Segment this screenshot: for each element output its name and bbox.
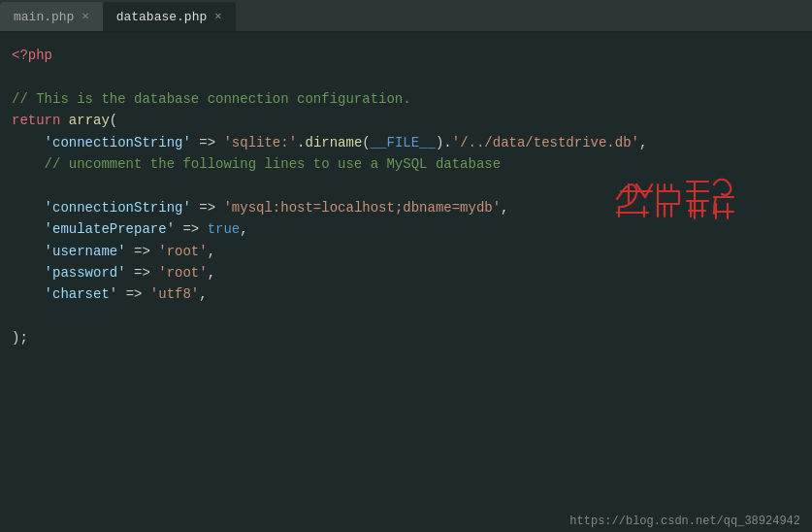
tab-database-php[interactable]: database.php ✕	[103, 2, 236, 31]
code-token: return	[12, 110, 60, 131]
code-token	[12, 132, 45, 153]
code-token: '/../data/testdrive.db'	[452, 132, 639, 153]
code-token: true	[208, 218, 241, 240]
code-line-3: // This is the database connection confi…	[12, 88, 812, 110]
code-token: =>	[191, 197, 224, 218]
code-line-11: 'password' => 'root' ,	[12, 262, 812, 283]
tab-label-main: main.php	[14, 10, 74, 24]
code-line-14: );	[12, 327, 812, 349]
code-line-2	[12, 66, 812, 87]
code-token: );	[12, 327, 28, 349]
code-token: <?php	[12, 45, 52, 66]
code-token: 'root'	[158, 241, 207, 262]
tab-main-php[interactable]: main.php ✕	[0, 2, 103, 31]
code-line-5: 'connectionString' => 'sqlite:' . dirnam…	[12, 132, 812, 153]
code-token: ,	[208, 262, 215, 283]
code-token	[12, 262, 45, 283]
code-token: =>	[175, 218, 208, 240]
code-token: =>	[191, 132, 224, 153]
code-token: .	[297, 132, 305, 153]
code-token	[60, 110, 68, 131]
code-token	[12, 197, 45, 218]
code-line-8: 'connectionString' => 'mysql:host=localh…	[12, 197, 812, 218]
code-token: ,	[240, 218, 247, 240]
code-token: (	[362, 132, 370, 153]
code-token: 'connectionString'	[45, 197, 191, 218]
code-token: 'username'	[45, 241, 126, 262]
code-token: ).	[436, 132, 452, 153]
code-token	[12, 153, 45, 175]
code-token: array	[69, 110, 110, 131]
code-token: // This is the database connection confi…	[12, 88, 411, 110]
code-token: 'sqlite:'	[223, 132, 297, 153]
code-line-1: <?php	[12, 45, 812, 66]
code-token: __FILE__	[371, 132, 436, 153]
code-token: 'connectionString'	[45, 132, 191, 153]
code-line-12: 'charset' => 'utf8' ,	[12, 283, 812, 305]
code-token: 'mysql:host=localhost;dbname=mydb'	[223, 197, 501, 218]
code-token: 'utf8'	[150, 283, 199, 305]
code-line-13	[12, 306, 812, 327]
code-token: =>	[117, 283, 150, 305]
code-editor: <?php // This is the database connection…	[0, 33, 812, 511]
footer: https://blog.csdn.net/qq_38924942	[0, 511, 812, 532]
code-token	[12, 241, 45, 262]
code-token: 'charset'	[45, 283, 118, 305]
code-token	[12, 218, 45, 240]
code-token: ,	[501, 197, 508, 218]
code-token: =>	[126, 241, 159, 262]
tab-bar: main.php ✕ database.php ✕	[0, 0, 812, 33]
code-token: =>	[126, 262, 159, 283]
code-token: ,	[199, 283, 207, 305]
tab-close-database[interactable]: ✕	[214, 11, 221, 22]
code-token: 'emulatePrepare'	[45, 218, 175, 240]
code-token: 'root'	[158, 262, 207, 283]
code-line-9: 'emulatePrepare' => true ,	[12, 218, 812, 240]
code-token: // uncomment the following lines to use …	[45, 153, 501, 175]
code-token	[12, 283, 45, 305]
code-line-6: // uncomment the following lines to use …	[12, 153, 812, 175]
code-line-7	[12, 175, 812, 196]
code-token: ,	[639, 132, 647, 153]
tab-label-database: database.php	[116, 10, 208, 24]
tab-close-main[interactable]: ✕	[81, 11, 88, 22]
code-token: dirname	[305, 132, 362, 153]
code-line-4: return array (	[12, 110, 812, 131]
code-line-10: 'username' => 'root' ,	[12, 241, 812, 262]
code-token: (	[110, 110, 117, 131]
code-token: 'password'	[45, 262, 126, 283]
code-token: ,	[208, 241, 215, 262]
footer-url: https://blog.csdn.net/qq_38924942	[569, 515, 800, 528]
